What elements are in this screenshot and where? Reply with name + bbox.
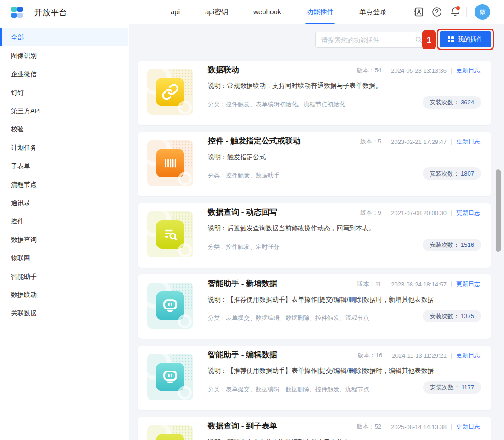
sidebar-item-scheduled-task[interactable]: 计划任务: [0, 138, 128, 157]
robot-icon: [156, 363, 184, 391]
plugin-description: 说明：配置自定义条件查询数据到当前表子表单内: [208, 437, 473, 440]
changelog-link[interactable]: 更新日志: [456, 351, 480, 360]
nav-tab-webhook[interactable]: webhook: [253, 0, 281, 24]
plugin-meta: 版本：16 2024-11-13 11:29:21 更新日志: [358, 351, 480, 360]
sidebar-item-dingtalk[interactable]: 钉钉: [0, 83, 128, 102]
plugin-icon-tile: [147, 69, 193, 115]
app-window: 开放平台 api api密钥 webhook 功能插件 单点登录: [0, 0, 504, 440]
notification-bell-icon[interactable]: [450, 6, 461, 17]
contacts-icon[interactable]: [413, 6, 424, 17]
plugin-meta: 版本：9 2021-07-08 20:00:30 更新日志: [360, 209, 480, 217]
plugin-version: 版本：54: [357, 66, 381, 74]
user-avatar[interactable]: 微: [475, 4, 490, 20]
plugin-title: 数据查询 - 到子表单: [208, 421, 277, 431]
sidebar-item-validation[interactable]: 校验: [0, 120, 128, 138]
card-icon: [156, 434, 184, 440]
plugin-card[interactable]: 智能助手 - 编辑数据 版本：16 2024-11-13 11:29:21 更新…: [138, 346, 491, 410]
plugin-meta: 版本：52 2025-08-14 14:13:38 更新日志: [357, 423, 480, 431]
sidebar-item-contacts[interactable]: 通讯录: [0, 194, 128, 212]
plugin-icon-tile: [147, 283, 193, 329]
nav-tab-sso[interactable]: 单点登录: [359, 0, 387, 24]
header-nav: api api密钥 webhook 功能插件 单点登录: [171, 0, 387, 24]
plugin-description: 说明：触发指定公式: [208, 152, 473, 161]
plugin-updated: 2024-05-23 13:13:36: [391, 67, 447, 74]
plugin-icon-tile: [147, 211, 193, 257]
plugin-version: 版本：11: [357, 280, 382, 288]
plugin-description: 说明：【推荐使用数据助手】表单操作[提交/编辑/删除]数据时，新增其他表数据: [208, 295, 473, 304]
plugin-title: 智能助手 - 新增数据: [208, 278, 277, 289]
document-search-icon: [156, 220, 184, 249]
sidebar-item-smart-assistant[interactable]: 智能助手: [0, 267, 128, 286]
plugin-card[interactable]: 控件 - 触发指定公式或联动 版本：5 2023-02-21 17:29:47 …: [138, 132, 491, 196]
install-count-badge: 安装次数：1375: [423, 310, 481, 322]
sidebar-item-iot[interactable]: 物联网: [0, 249, 128, 267]
plugin-icon-tile: [147, 354, 193, 400]
changelog-link[interactable]: 更新日志: [456, 280, 480, 288]
plugin-card[interactable]: 智能助手 - 新增数据 版本：11 2023-08-24 18:14:57 更新…: [138, 274, 491, 339]
sidebar-item-data-linkage[interactable]: 数据联动: [0, 286, 128, 304]
plugin-title: 数据查询 - 动态回写: [208, 207, 277, 217]
changelog-link[interactable]: 更新日志: [456, 209, 480, 217]
sidebar-item-flow-node[interactable]: 流程节点: [0, 175, 128, 194]
sidebar-item-widget[interactable]: 控件: [0, 212, 128, 230]
plugin-title: 控件 - 触发指定公式或联动: [208, 136, 301, 146]
install-count-badge: 安装次数：1807: [423, 167, 481, 180]
sidebar-item-third-party-api[interactable]: 第三方API: [0, 102, 128, 120]
plugin-updated: 2024-11-13 11:29:21: [392, 352, 447, 359]
divider: [27, 7, 27, 17]
plugin-version: 版本：9: [360, 209, 381, 217]
plugin-categories: 分类：表单提交、数据编辑、数据删除、控件触发、流程节点: [208, 385, 369, 394]
sidebar-item-subform[interactable]: 子表单: [0, 157, 128, 175]
plugin-title: 智能助手 - 编辑数据: [208, 349, 277, 360]
search-box: [315, 32, 424, 48]
plugin-list-panel: 1 我的插件 数据联动 版本：54 2024-05-23 13:13: [129, 24, 504, 440]
plugin-version: 版本：16: [358, 351, 382, 360]
plugin-title: 数据联动: [208, 64, 239, 75]
install-count-badge: 安装次数：3624: [423, 96, 481, 109]
scrollbar-thumb[interactable]: [496, 169, 501, 252]
sidebar-item-all[interactable]: 全部: [0, 28, 128, 46]
sidebar-item-linked-data[interactable]: 关联数据: [0, 304, 128, 322]
app-logo-icon[interactable]: [11, 7, 23, 18]
help-icon[interactable]: [431, 6, 442, 17]
plugin-categories: 分类：控件触发、数据助手: [208, 171, 280, 180]
changelog-link[interactable]: 更新日志: [456, 137, 480, 146]
search-input[interactable]: [316, 32, 423, 47]
annotation-badge-1: 1: [422, 30, 436, 49]
plugin-description: 说明：后置触发查询数据当前修改操作动态，回写到本表。: [208, 223, 473, 233]
plugin-meta: 版本：11 2023-08-24 18:14:57 更新日志: [357, 280, 480, 288]
nav-tab-api-key[interactable]: api密钥: [205, 0, 228, 24]
install-count-badge: 安装次数：1516: [423, 239, 481, 251]
changelog-link[interactable]: 更新日志: [456, 66, 480, 74]
plugin-description: 说明：【推荐使用数据助手】表单操作[提交/编辑/删除]数据时，编辑其他表数据: [208, 366, 473, 375]
nav-tab-plugins[interactable]: 功能插件: [306, 0, 334, 24]
my-plugins-button[interactable]: 我的插件: [440, 31, 491, 47]
plugin-card[interactable]: 数据联动 版本：54 2024-05-23 13:13:36 更新日志 说明：常…: [138, 61, 491, 125]
search-icon[interactable]: [415, 36, 423, 44]
plugin-meta: 版本：5 2023-02-21 17:29:47 更新日志: [360, 137, 480, 146]
plugin-updated: 2025-08-14 14:13:38: [391, 423, 447, 430]
sidebar-item-data-query[interactable]: 数据查询: [0, 230, 128, 249]
category-sidebar: 全部 图像识别 企业微信 钉钉 第三方API 校验 计划任务 子表单 流程节点 …: [0, 24, 128, 440]
nav-tab-api[interactable]: api: [171, 0, 180, 24]
plugin-updated: 2023-08-24 18:14:57: [391, 281, 447, 288]
plugin-card[interactable]: 数据查询 - 到子表单 版本：52 2025-08-14 14:13:38 更新…: [138, 417, 491, 440]
notification-dot: [456, 6, 460, 11]
plugin-icon-tile: [147, 425, 193, 440]
grid-icon: [448, 36, 454, 42]
my-plugins-label: 我的插件: [458, 35, 483, 44]
plugin-version: 版本：52: [357, 423, 381, 431]
plugin-card[interactable]: 数据查询 - 动态回写 版本：9 2021-07-08 20:00:30 更新日…: [138, 203, 491, 268]
robot-icon: [156, 291, 184, 320]
plugin-categories: 分类：控件触发、定时任务: [208, 243, 280, 251]
changelog-link[interactable]: 更新日志: [456, 423, 480, 431]
link-icon: [156, 78, 184, 106]
plugin-icon-tile: [147, 140, 193, 186]
install-count-badge: 安装次数：1177: [423, 381, 481, 394]
page-title: 开放平台: [34, 7, 67, 18]
sidebar-item-image-recognition[interactable]: 图像识别: [0, 46, 128, 65]
plugin-description: 说明：常规数据联动，支持同时联动普通数据与子表单数据。: [208, 81, 473, 90]
barcode-icon: [156, 149, 184, 177]
sidebar-item-wecom[interactable]: 企业微信: [0, 65, 128, 83]
plugin-updated: 2021-07-08 20:00:30: [391, 210, 447, 217]
